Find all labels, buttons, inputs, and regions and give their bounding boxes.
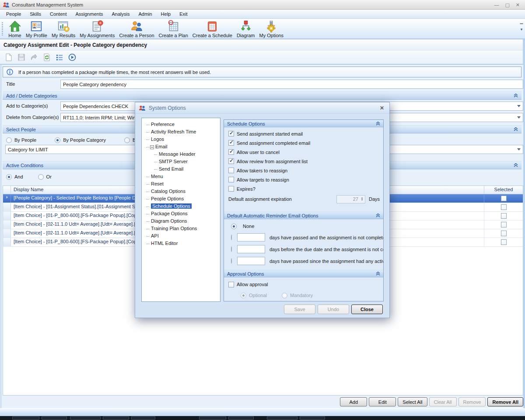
radio-reminder-none[interactable]: None (224, 221, 383, 231)
radio-reminder-days-inactive[interactable]: days have passed since the assignment ha… (224, 255, 383, 267)
approval-options-header[interactable]: Approval Options (224, 270, 383, 277)
radio-by-people[interactable]: By People (6, 137, 36, 143)
row-selected-checkbox[interactable] (501, 196, 507, 201)
title-input[interactable] (60, 80, 523, 89)
maximize-icon[interactable]: ▢ (505, 0, 509, 9)
collapse-chevron-icon[interactable] (514, 94, 518, 98)
row-selected-checkbox[interactable] (501, 204, 507, 210)
column-selected[interactable]: Selected (484, 186, 523, 194)
minimize-icon[interactable]: — (494, 0, 499, 9)
row-selected-checkbox[interactable] (501, 222, 507, 228)
radio-and[interactable]: And (6, 174, 23, 180)
save-button[interactable]: Save (284, 304, 315, 314)
select-all-button[interactable]: Select All (398, 397, 427, 406)
collapse-chevron-icon[interactable] (376, 214, 380, 217)
reminder-options-header[interactable]: Default Automatic Reminder Email Options (224, 212, 383, 219)
tree-item-activity-refresh-time[interactable]: Activity Refresh Time (143, 128, 219, 136)
collapse-chevron-icon[interactable] (376, 122, 380, 126)
undo-button[interactable]: Undo (318, 304, 349, 314)
tree-item-schedule-options[interactable]: Schedule Options (143, 203, 219, 210)
checkbox-expires[interactable]: Expires? (224, 184, 383, 193)
tree-item-catalog-options[interactable]: Catalog Options (143, 188, 219, 195)
radio-mandatory[interactable]: Mandatory (282, 292, 313, 298)
tree-item-smtp-server[interactable]: SMTP Server (143, 158, 219, 165)
menu-help[interactable]: Help (157, 10, 175, 18)
checkbox-allow-targets-reassign[interactable]: Allow targets to reassign (224, 175, 383, 184)
tree-item-email[interactable]: Email (143, 143, 219, 150)
add-button[interactable]: Add (340, 397, 367, 406)
tree-item-reset[interactable]: Reset (143, 180, 219, 188)
radio-reminder-days-passed[interactable]: days have passed and the assignment is n… (224, 231, 383, 243)
create-schedule-button[interactable]: Create a Schedule (190, 19, 234, 38)
menu-exit[interactable]: Exit (175, 10, 192, 18)
tree-item-diagram-options[interactable]: Diagram Options (143, 217, 219, 225)
create-plan-button[interactable]: Create a Plan (157, 19, 190, 38)
diagram-button[interactable]: Diagram (234, 19, 257, 38)
checkbox-allow-takers-reassign[interactable]: Allow takers to reassign (224, 166, 383, 175)
tree-item-message-header[interactable]: Message Header (143, 150, 219, 158)
my-assignments-button[interactable]: My Assignments (77, 19, 117, 38)
menu-analysis[interactable]: Analysis (107, 10, 134, 18)
menu-skills[interactable]: Skills (25, 10, 46, 18)
assignments-doc-icon (91, 20, 104, 33)
title-label: Title (6, 81, 15, 87)
create-person-button[interactable]: Create a Person (117, 19, 156, 38)
home-button[interactable]: Home (6, 19, 24, 38)
dialog-close-icon[interactable]: ✕ (378, 105, 386, 111)
checkbox-send-completed-email[interactable]: Send assignment completed email (224, 138, 383, 147)
tree-item-preference[interactable]: Preference (143, 121, 219, 128)
tree-item-menu[interactable]: Menu (143, 173, 219, 180)
days-inactive-input[interactable] (237, 257, 265, 265)
menu-admin[interactable]: Admin (134, 10, 156, 18)
checkbox-allow-review[interactable]: Allow review from assignment list (224, 157, 383, 166)
radio-optional[interactable]: Optional (241, 292, 267, 298)
my-profile-button[interactable]: My Profile (24, 19, 49, 38)
checkbox-allow-approval[interactable]: Allow approval (224, 279, 383, 290)
tree-item-training-plan-options[interactable]: Training Plan Options (143, 225, 219, 232)
collapse-minus-icon[interactable] (150, 145, 154, 149)
options-tree: Preference Activity Refresh Time Logos E… (141, 118, 220, 302)
run-icon[interactable] (68, 53, 77, 62)
radio-or[interactable]: Or (38, 174, 52, 180)
menu-people[interactable]: People (2, 10, 25, 18)
checkbox-send-started-email[interactable]: Send assignment started email (224, 129, 383, 138)
tree-item-api[interactable]: API (143, 232, 219, 240)
tree-item-logos[interactable]: Logos (143, 136, 219, 143)
refresh-icon[interactable] (42, 53, 51, 62)
collapse-chevron-icon[interactable] (376, 272, 380, 276)
remove-button[interactable]: Remove (458, 397, 486, 406)
clear-all-button[interactable]: Clear All (429, 397, 457, 406)
undo-icon[interactable] (30, 53, 38, 62)
section-add-delete-categories[interactable]: Add / Delete Categories (3, 91, 522, 100)
checkbox-allow-user-cancel[interactable]: Allow user to cancel (224, 147, 383, 157)
close-button[interactable]: Close (351, 304, 383, 314)
expiration-spinner[interactable]: 27 ▲▼ (336, 195, 365, 203)
my-results-button[interactable]: My Results (49, 19, 77, 38)
remove-all-button[interactable]: Remove All (487, 397, 523, 406)
edit-button[interactable]: Edit (369, 397, 396, 406)
spinner-arrows-icon[interactable]: ▲▼ (359, 196, 365, 203)
save-icon[interactable] (17, 53, 26, 62)
tree-item-send-email[interactable]: Send Email (143, 165, 219, 173)
toolbar-overflow-icon[interactable]: ▔▾ (519, 24, 524, 31)
menu-assignments[interactable]: Assignments (71, 10, 107, 18)
radio-by-people-category[interactable]: By People Category (55, 137, 106, 143)
days-passed-input[interactable] (237, 233, 265, 242)
info-text: If a person has completed a package mult… (18, 70, 211, 75)
schedule-options-header[interactable]: Schedule Options (224, 120, 383, 127)
days-before-due-input[interactable] (237, 245, 265, 253)
tree-item-html-editor[interactable]: HTML Editor (143, 240, 219, 247)
close-icon[interactable]: ✕ (516, 0, 520, 9)
details-list-icon[interactable] (55, 53, 64, 62)
row-selected-checkbox[interactable] (501, 231, 507, 236)
tree-item-people-options[interactable]: People Options (143, 195, 219, 203)
collapse-chevron-icon[interactable] (514, 127, 518, 131)
radio-reminder-days-before-due[interactable]: days before the due date and the assignm… (224, 243, 383, 255)
tree-item-package-options[interactable]: Package Options (143, 210, 219, 217)
row-selected-checkbox[interactable] (501, 213, 507, 219)
row-selected-checkbox[interactable] (501, 239, 507, 245)
new-document-icon[interactable] (4, 53, 13, 62)
collapse-chevron-icon[interactable] (514, 163, 518, 167)
menu-content[interactable]: Content (46, 10, 71, 18)
my-options-button[interactable]: My Options (257, 19, 286, 38)
